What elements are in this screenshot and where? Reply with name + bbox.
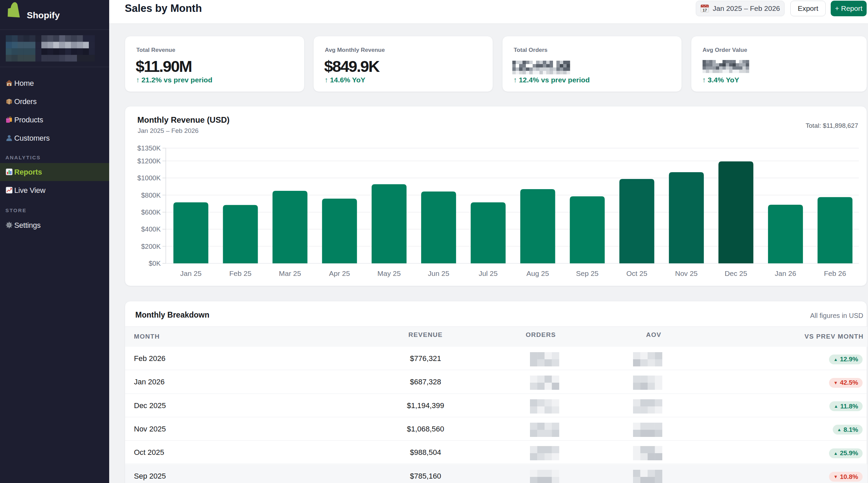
svg-text:Jan 26: Jan 26 xyxy=(775,269,796,277)
svg-text:$1200K: $1200K xyxy=(137,157,161,165)
svg-text:Mar 25: Mar 25 xyxy=(279,269,301,277)
svg-text:Dec 25: Dec 25 xyxy=(725,269,747,277)
svg-text:$600K: $600K xyxy=(141,208,161,216)
svg-text:17: 17 xyxy=(703,8,707,12)
svg-text:Jul 25: Jul 25 xyxy=(479,269,498,277)
svg-text:$400K: $400K xyxy=(141,225,161,233)
svg-text:$1350K: $1350K xyxy=(137,144,161,152)
svg-text:Oct 25: Oct 25 xyxy=(626,269,647,277)
svg-text:Aug 25: Aug 25 xyxy=(527,269,549,277)
svg-text:Nov 25: Nov 25 xyxy=(675,269,698,277)
svg-text:$0K: $0K xyxy=(149,260,161,267)
svg-text:$800K: $800K xyxy=(141,192,161,199)
svg-text:Feb 26: Feb 26 xyxy=(824,269,846,277)
svg-text:Feb 25: Feb 25 xyxy=(229,269,251,277)
svg-text:Sep 25: Sep 25 xyxy=(576,269,599,277)
svg-text:Jun 25: Jun 25 xyxy=(428,269,449,277)
svg-text:Apr 25: Apr 25 xyxy=(329,269,350,277)
svg-text:May 25: May 25 xyxy=(377,269,401,277)
svg-text:$1000K: $1000K xyxy=(137,174,161,182)
svg-text:Jan 25: Jan 25 xyxy=(180,269,201,277)
svg-text:$200K: $200K xyxy=(141,243,161,250)
